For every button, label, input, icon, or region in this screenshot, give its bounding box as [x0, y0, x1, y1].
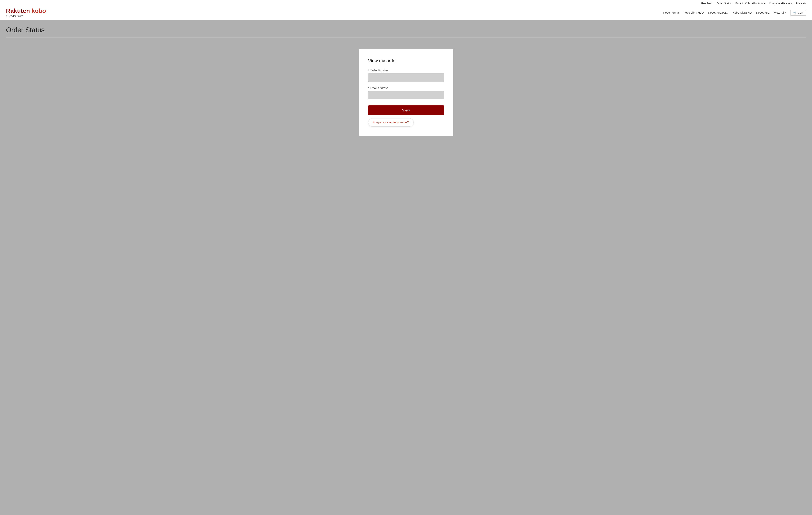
nav-kobo-clara[interactable]: Kobo Clara HD [732, 11, 752, 14]
forgot-wrapper: Forgot your order number? [368, 118, 444, 127]
nav-kobo-aura-h2o[interactable]: Kobo Aura H2O [708, 11, 728, 14]
view-button[interactable]: View [368, 105, 444, 115]
logo-text: Rakuten kobo [6, 7, 46, 14]
main-nav: Kobo Forma Kobo Libra H2O Kobo Aura H2O … [663, 10, 806, 16]
top-nav: Feedback Order Status Back to Kobo eBook… [6, 0, 806, 6]
nav-kobo-aura[interactable]: Kobo Aura [756, 11, 769, 14]
order-status-link[interactable]: Order Status [717, 2, 731, 5]
cart-icon: 🛒 [793, 11, 797, 15]
cart-label: Cart [798, 11, 803, 14]
forgot-order-link[interactable]: Forgot your order number? [368, 118, 414, 127]
form-card-wrapper: View my order * Order Number * Email Add… [6, 45, 806, 136]
order-number-group: * Order Number [368, 69, 444, 82]
cart-button[interactable]: 🛒 Cart [790, 10, 806, 16]
order-number-input[interactable] [368, 74, 444, 82]
email-input[interactable] [368, 91, 444, 99]
feedback-link[interactable]: Feedback [701, 2, 713, 5]
logo[interactable]: Rakuten kobo eReader Store [6, 7, 46, 18]
nav-view-all[interactable]: View All ▾ [774, 11, 786, 14]
logo-rakuten: Rakuten [6, 7, 30, 14]
form-title: View my order [368, 58, 444, 63]
back-to-bookstore-link[interactable]: Back to Kobo eBookstore [735, 2, 765, 5]
order-number-label: * Order Number [368, 69, 444, 72]
form-card: View my order * Order Number * Email Add… [359, 49, 453, 136]
nav-kobo-forma[interactable]: Kobo Forma [663, 11, 679, 14]
logo-sub: eReader Store [6, 15, 46, 18]
page-content: Order Status View my order * Order Numbe… [0, 20, 812, 147]
chevron-down-icon: ▾ [785, 11, 786, 14]
page-title: Order Status [6, 26, 806, 34]
nav-kobo-libra[interactable]: Kobo Libra H2O [684, 11, 704, 14]
header-main: Rakuten kobo eReader Store Kobo Forma Ko… [6, 6, 806, 20]
francais-link[interactable]: Français [796, 2, 806, 5]
logo-kobo: kobo [30, 7, 46, 14]
email-group: * Email Address [368, 86, 444, 99]
email-label: * Email Address [368, 86, 444, 89]
compare-ereaders-link[interactable]: Compare eReaders [769, 2, 792, 5]
header: Feedback Order Status Back to Kobo eBook… [0, 0, 812, 20]
